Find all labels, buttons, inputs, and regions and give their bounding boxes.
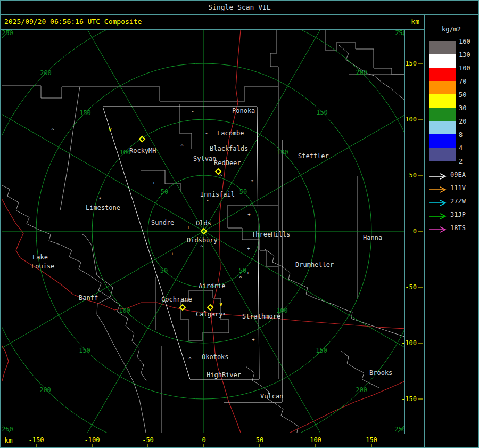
storm-cell-marker: + — [187, 224, 190, 230]
storm-cell-marker: ^ — [51, 128, 54, 133]
city-label: RedDeer — [214, 159, 241, 167]
range-ring-label: 150 — [316, 347, 327, 354]
city-label: Lacombe — [217, 129, 244, 137]
bottom-axis-tick-label: 150 — [366, 436, 377, 444]
map-canvas[interactable]: PonokaLacombeBlackfaldsSylvanRedDeerStet… — [0, 0, 479, 448]
right-axis-tick-label: -150 — [401, 395, 417, 403]
city-label: Okotoks — [202, 353, 229, 361]
bottom-axis-tick-label: -100 — [85, 436, 100, 444]
storm-cell-marker: + — [252, 337, 255, 342]
range-ring-label: 200 — [39, 386, 51, 394]
city-label: Ponoka — [232, 107, 255, 115]
storm-cell-marker: + — [247, 246, 250, 251]
bottom-axis-tick-label: -50 — [142, 436, 154, 444]
range-ring-label: 250 — [2, 29, 13, 37]
range-ring-label: 250 — [394, 426, 406, 433]
bottom-axis-tick-label: 100 — [310, 436, 321, 444]
right-axis-tick-label: -50 — [405, 283, 417, 291]
range-ring-label: 50 — [161, 188, 168, 196]
city-label: ThreeHills — [252, 231, 290, 238]
city-label: Stettler — [298, 152, 329, 160]
range-ring-label: 100 — [277, 149, 288, 156]
range-ring-label: 150 — [79, 109, 91, 117]
range-ring-label: 200 — [356, 386, 367, 394]
storm-cell-marker-yellow: v — [219, 301, 222, 307]
storm-cell-marker: ^ — [191, 110, 194, 116]
city-label: Innisfail — [200, 191, 235, 198]
city-label: Cochrane — [161, 296, 192, 303]
window-frame — [0, 1, 479, 448]
city-label: HighRiver — [207, 371, 241, 379]
storm-cell-marker: * — [251, 179, 253, 184]
bottom-axis-tick-label: -150 — [29, 436, 44, 444]
range-ring-label: 50 — [240, 188, 247, 196]
right-axis-tick-label: -100 — [401, 339, 417, 347]
range-ring-label: 150 — [79, 347, 90, 354]
storm-cell-marker: ^ — [219, 174, 222, 179]
city-label: RockyMH — [129, 147, 156, 154]
right-axis-tick-label: 100 — [405, 116, 417, 123]
city-label: Hanna — [363, 234, 382, 241]
range-ring-label: 100 — [276, 307, 288, 314]
right-axis-tick-label: 150 — [405, 60, 417, 67]
bottom-axis-tick-label: 50 — [256, 436, 263, 444]
range-ring-label: 100 — [119, 149, 131, 156]
storm-cell-marker: + — [152, 180, 155, 185]
storm-cell-marker: x — [222, 311, 226, 316]
right-axis-tick-label: 50 — [409, 172, 417, 179]
city-label: Sundre — [151, 219, 174, 226]
city-label: Strathmore — [242, 313, 280, 320]
city-label: Vulcan — [260, 393, 283, 400]
storm-cell-marker: + — [171, 251, 174, 256]
range-ring-label: 50 — [239, 267, 246, 274]
city-label: Lake — [32, 254, 48, 261]
storm-cell-marker: ^ — [239, 275, 242, 281]
range-ring-label: 50 — [160, 267, 168, 274]
storm-cell-marker: ^ — [188, 356, 192, 362]
storm-cell-marker: ^ — [180, 144, 184, 149]
range-ring-label: 250 — [2, 426, 13, 433]
storm-cell-marker: * — [98, 197, 101, 202]
city-label: Louise — [31, 263, 54, 270]
city-label: Olds — [196, 219, 211, 227]
range-ring-label: 200 — [356, 69, 367, 76]
range-ring-label: 150 — [316, 109, 328, 116]
city-label: Banff — [79, 294, 98, 302]
range-ring-label: 200 — [40, 69, 52, 77]
city-label: Blackfalds — [210, 145, 248, 152]
city-label: Airdrie — [199, 282, 226, 290]
storm-cell-marker: ^ — [205, 132, 208, 137]
storm-cell-marker-yellow: v — [109, 126, 112, 132]
range-rings — [0, 0, 479, 448]
storm-cell-marker: ^ — [206, 199, 209, 205]
right-axis-tick-label: 0 — [413, 227, 417, 235]
city-label: Drumheller — [295, 261, 334, 268]
radar-app-window: Single_Scan_VIL 2025/09/20 06:56:16 UTC … — [0, 0, 479, 448]
range-ring-label: 100 — [119, 307, 130, 314]
bottom-axis-tick-label: 0 — [202, 436, 205, 444]
city-label: Limestone — [86, 204, 120, 211]
city-label: Calgary — [196, 311, 223, 318]
city-label: Didsbury — [187, 237, 218, 244]
city-label: Sylvan — [193, 155, 216, 162]
city-label: Brooks — [369, 369, 392, 377]
storm-cell-marker: ^ — [200, 245, 203, 250]
storm-cell-marker: + — [247, 211, 251, 217]
storm-cell-marker: + — [246, 270, 250, 275]
